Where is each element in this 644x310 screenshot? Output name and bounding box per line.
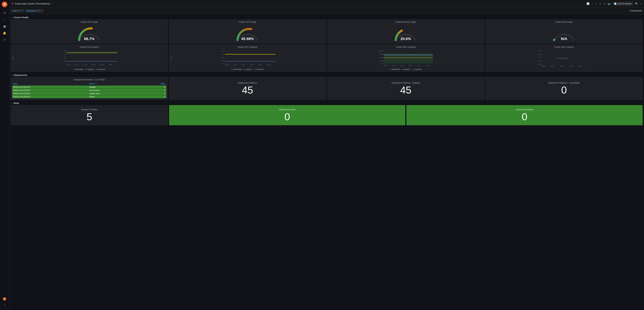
panel-number-of-nodes-title: Number Of Nodes (81, 108, 98, 111)
svg-text:0.5 B: 0.5 B (538, 53, 542, 55)
gauge-pod-value: 68.7% (84, 37, 94, 41)
gauge-disk-value: N/A (561, 37, 567, 41)
panel-disk-capacity: Cluster Disk Capacity 1.0 B 0.5 B 0 B -0… (485, 44, 643, 72)
sidebar: ⚙ ⊞ ＋ ▦ 🔔 ⚙ G ? (0, 0, 9, 310)
svg-text:15:10: 15:10 (233, 64, 237, 66)
sidebar-icon-question[interactable]: ? (1, 303, 8, 309)
row-value: 5 (139, 86, 166, 89)
refresh-icon[interactable]: ↺ (640, 2, 642, 5)
col-metric[interactable]: Metric ▾ (88, 82, 139, 86)
dashboards-button[interactable]: ≡ Dashboards (629, 9, 642, 12)
cpu-legend-label-allocatable: allocatable (234, 68, 242, 70)
sidebar-icon-gear[interactable]: ⚙ (1, 37, 8, 43)
svg-text:15:15: 15:15 (560, 65, 564, 67)
dashboards-label: Dashboards (631, 9, 642, 12)
gauge-disk-container: N/A (487, 24, 641, 42)
col-value[interactable]: Value (139, 82, 166, 86)
panel-disk-usage-title: Cluster Disk Usage (487, 21, 641, 23)
mem-legend-dot-capacity (402, 69, 403, 70)
table-row: 2018-11-16 15:33:37 update-users 1 (12, 92, 166, 95)
sidebar-icon-grid[interactable]: ⊞ (1, 10, 8, 16)
grid-icon: ⊞ (11, 2, 14, 5)
pod-capacity-legend: allocatable capacity requested (12, 68, 166, 70)
cpu-legend-allocatable: allocatable (232, 68, 242, 70)
filter-node-op: =~ (18, 10, 21, 11)
cpu-legend-capacity: capacity (244, 68, 252, 70)
number-of-nodes-value: 5 (86, 112, 92, 122)
gauge-cpu-value: 45.98% (241, 37, 254, 41)
deployment-replicas-updated-value: 45 (400, 85, 412, 95)
sidebar-icon-bell[interactable]: 🔔 (1, 30, 8, 36)
row-value: 1 (139, 92, 166, 95)
time-range-label: Last 30 minutes (617, 2, 632, 5)
filter-node[interactable]: node =~ .* (11, 9, 24, 12)
chart-row: Cluster Pod Capacity pods 160 140 (10, 44, 643, 72)
sidebar-icon-dashboard[interactable]: ▦ (1, 23, 8, 29)
sidebar-icon-fire[interactable]: G (1, 296, 8, 302)
time-range-picker[interactable]: 🕐 Last 30 minutes (612, 2, 633, 5)
deployment-replicas-table: Time Metric ▾ Value 2018-11-16 15:33:37 … (12, 82, 166, 98)
dropdown-arrow[interactable]: ▾ (51, 2, 52, 5)
svg-text:-0.5 B: -0.5 B (538, 60, 542, 62)
row-metric: update-users (88, 92, 139, 95)
panel-mem-capacity-title: Cluster Mem Capacity (329, 46, 483, 48)
section-deployments-header[interactable]: ▼ Deployments (10, 73, 643, 77)
svg-text:1.0 B: 1.0 B (538, 50, 542, 52)
sidebar-icon-add[interactable]: ＋ (1, 16, 8, 22)
svg-text:7.5: 7.5 (222, 63, 225, 64)
content-area: ▼ Cluster Health Cluster Pod Usage (9, 14, 644, 310)
svg-text:15:15: 15:15 (242, 64, 245, 66)
legend-requested: requested (96, 68, 105, 70)
filter-node-key: node (12, 10, 17, 12)
clock-icon: 🕐 (614, 2, 616, 5)
filter-namespace[interactable]: namespace =~ .* (25, 9, 43, 12)
row-time: 2018-11-16 15:33:37 (12, 89, 88, 92)
search-icon[interactable]: 🔍 (635, 2, 638, 5)
star-icon[interactable]: ☆ (592, 2, 594, 5)
svg-text:0 B: 0 B (539, 57, 542, 58)
svg-text:25 GB: 25 GB (379, 60, 383, 62)
mem-chart-wrapper: 100 GB 75 GB 50 GB 25 GB 0 B (329, 49, 483, 68)
panel-deployment-replicas-updated: Deployment Replicas - Updated 45 (327, 77, 484, 100)
monitor-icon[interactable]: 📺 (608, 2, 610, 5)
share-icon[interactable]: ⎋ (596, 2, 597, 5)
panel-deployment-table: Deployment Replicas - Up To Date Time Me… (10, 77, 168, 100)
app-logo[interactable]: ⚙ (2, 1, 8, 7)
main-area: ⊞ Kubernetes Cluster (Prometheus) ▾ 📊 ☆ … (9, 0, 644, 310)
panel-mem-usage-title: Cluster Memory Usage (329, 21, 483, 23)
panel-cpu-capacity-title: Cluster CPU Capacity (170, 46, 325, 48)
section-node-header[interactable]: ▼ Node (10, 101, 643, 105)
panel-deployment-replicas-title: Deployment Replicas (238, 82, 257, 84)
panel-nodes-out-of-disk-title: Nodes Out of Disk (279, 108, 296, 111)
cpu-legend-dot-requested (254, 69, 255, 70)
panel-number-of-nodes: Number Of Nodes 5 (10, 105, 168, 125)
svg-text:17.5: 17.5 (222, 50, 225, 52)
mem-legend-dot-requested (412, 69, 414, 70)
svg-text:75 GB: 75 GB (379, 53, 383, 55)
section-cluster-health-header[interactable]: ▼ Cluster Health (10, 15, 643, 19)
legend-label-allocatable: allocatable (75, 68, 83, 70)
gauge-pod-container: 68.7% (12, 24, 166, 42)
svg-text:15:05: 15:05 (225, 64, 229, 66)
bar-chart-icon[interactable]: 📊 (586, 2, 590, 5)
disk-capacity-chart: 1.0 B 0.5 B 0 B -0.5 B -1.0 B No data po… (487, 49, 641, 68)
page-title: Kubernetes Cluster (Prometheus) (15, 2, 50, 5)
deployment-replicas-value: 45 (242, 85, 253, 95)
settings-icon[interactable]: ⚙ (604, 2, 606, 5)
svg-text:15:05: 15:05 (67, 64, 70, 66)
table-row: 2018-11-16 15:33:37 user-service 3 (12, 89, 166, 92)
col-time[interactable]: Time (12, 82, 88, 86)
row-metric: webapp (88, 86, 139, 89)
node-chevron-icon: ▼ (11, 102, 13, 104)
panel-pod-usage: Cluster Pod Usage (10, 19, 168, 43)
tv-icon[interactable]: 🖥 (599, 2, 602, 5)
mem-legend-dot-allocatable (390, 69, 391, 70)
legend-label-requested: requested (98, 68, 105, 70)
svg-text:15:20: 15:20 (408, 65, 412, 66)
gauge-pod-wrap: 68.7% (77, 26, 102, 41)
pod-capacity-chart: 160 140 120 100 15:05 15: (14, 49, 166, 68)
section-deployments: ▼ Deployments Deployment Replicas - Up T… (10, 73, 643, 100)
filter-namespace-key: namespace (26, 10, 36, 12)
mem-legend-requested: requested (412, 68, 422, 70)
svg-text:10.0: 10.0 (222, 60, 225, 62)
